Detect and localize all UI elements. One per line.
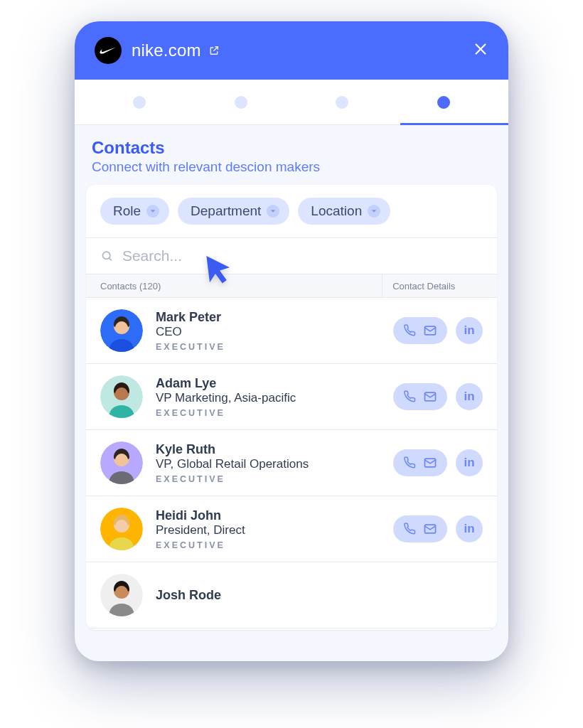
- contact-name: Mark Peter: [156, 310, 380, 325]
- contact-row[interactable]: Adam Lye VP Marketing, Asia-pacific EXEC…: [86, 364, 497, 430]
- avatar: [100, 309, 143, 352]
- filter-bar: Role Department Location: [86, 185, 497, 238]
- tab-strip: [75, 80, 508, 125]
- header-left: nike.com: [95, 37, 220, 64]
- phone-email-button[interactable]: [393, 449, 447, 476]
- contact-row[interactable]: Heidi John President, Direct EXECUTIVE i…: [86, 496, 497, 562]
- contact-role: VP, Global Retail Operations: [156, 457, 380, 471]
- contacts-card: Role Department Location: [86, 185, 497, 630]
- content-area: Contacts Connect with relevant descion m…: [75, 125, 508, 661]
- active-tab-underline: [400, 123, 509, 125]
- contact-badge: EXECUTIVE: [156, 342, 380, 352]
- contact-badge: EXECUTIVE: [156, 474, 380, 484]
- linkedin-icon: in: [464, 456, 474, 470]
- avatar: [100, 508, 143, 550]
- contact-role: President, Direct: [156, 523, 380, 537]
- contact-actions: in: [393, 317, 483, 344]
- phone-email-button[interactable]: [393, 317, 447, 344]
- contact-info: Heidi John President, Direct EXECUTIVE: [156, 508, 380, 550]
- avatar: [100, 375, 143, 418]
- contact-info: Josh Rode: [156, 588, 380, 603]
- email-icon: [423, 390, 437, 404]
- tab-3[interactable]: [336, 96, 348, 109]
- panel-header: nike.com: [75, 21, 508, 80]
- phone-email-button[interactable]: [393, 515, 447, 542]
- contact-role: CEO: [156, 325, 380, 339]
- company-logo: [95, 37, 122, 64]
- contact-info: Adam Lye VP Marketing, Asia-pacific EXEC…: [156, 376, 380, 418]
- contacts-list: Mark Peter CEO EXECUTIVE in Adam Lye VP …: [86, 298, 497, 630]
- contact-name: Kyle Ruth: [156, 442, 380, 457]
- linkedin-button[interactable]: in: [456, 449, 483, 476]
- company-domain[interactable]: nike.com: [132, 41, 220, 60]
- filter-location[interactable]: Location: [298, 198, 390, 225]
- col-header-details: Contact Details: [382, 274, 497, 297]
- table-column-header: Contacts (120) Contact Details: [86, 274, 497, 298]
- contact-badge: EXECUTIVE: [156, 540, 380, 550]
- tab-1[interactable]: [133, 96, 146, 109]
- phone-icon: [403, 390, 416, 403]
- filter-label: Location: [311, 203, 362, 219]
- company-contacts-panel: nike.com Contacts Connect with relevant …: [75, 21, 508, 661]
- linkedin-icon: in: [464, 522, 474, 536]
- contact-actions: in: [393, 449, 483, 476]
- contact-name: Heidi John: [156, 508, 380, 523]
- domain-text: nike.com: [132, 41, 201, 60]
- section-title: Contacts: [92, 138, 491, 158]
- col-header-contacts: Contacts (120): [86, 281, 382, 291]
- chevron-down-icon: [368, 205, 380, 218]
- contact-actions: in: [393, 515, 483, 542]
- email-icon: [423, 522, 437, 536]
- svg-point-2: [103, 252, 110, 259]
- search-icon: [100, 249, 114, 263]
- linkedin-icon: in: [464, 390, 474, 404]
- phone-email-button[interactable]: [393, 383, 447, 410]
- close-button[interactable]: [473, 41, 488, 60]
- chevron-down-icon: [146, 205, 159, 218]
- svg-line-3: [109, 258, 112, 260]
- phone-icon: [403, 456, 416, 469]
- section-headings: Contacts Connect with relevant descion m…: [75, 138, 508, 185]
- phone-icon: [403, 324, 416, 337]
- contact-actions: in: [393, 383, 483, 410]
- linkedin-button[interactable]: in: [456, 317, 483, 344]
- filter-label: Department: [191, 203, 261, 219]
- linkedin-icon: in: [464, 323, 474, 338]
- linkedin-button[interactable]: in: [456, 515, 483, 542]
- open-external-icon: [208, 45, 220, 56]
- email-icon: [423, 456, 437, 470]
- chevron-down-icon: [267, 205, 279, 218]
- filter-role[interactable]: Role: [100, 198, 169, 225]
- swoosh-icon: [99, 41, 117, 60]
- search-row: [86, 238, 497, 274]
- email-icon: [423, 323, 437, 338]
- close-icon: [473, 41, 488, 57]
- contact-row[interactable]: Mark Peter CEO EXECUTIVE in: [86, 298, 497, 364]
- avatar: [100, 574, 143, 616]
- phone-icon: [403, 523, 416, 535]
- filter-label: Role: [113, 203, 141, 219]
- contact-info: Kyle Ruth VP, Global Retail Operations E…: [156, 442, 380, 484]
- contact-info: Mark Peter CEO EXECUTIVE: [156, 310, 380, 352]
- contact-name: Adam Lye: [156, 376, 380, 391]
- filter-department[interactable]: Department: [178, 198, 289, 225]
- avatar: [100, 441, 143, 484]
- linkedin-button[interactable]: in: [456, 383, 483, 410]
- tab-2[interactable]: [235, 96, 247, 109]
- contact-row[interactable]: Kyle Ruth VP, Global Retail Operations E…: [86, 430, 497, 496]
- contact-role: VP Marketing, Asia-pacific: [156, 391, 380, 405]
- contact-name: Josh Rode: [156, 588, 380, 603]
- contact-badge: EXECUTIVE: [156, 408, 380, 418]
- tab-4-contacts[interactable]: [437, 96, 450, 109]
- contact-row[interactable]: Josh Rode in: [86, 562, 497, 628]
- section-subtitle: Connect with relevant descion makers: [92, 159, 491, 175]
- search-input[interactable]: [121, 247, 483, 265]
